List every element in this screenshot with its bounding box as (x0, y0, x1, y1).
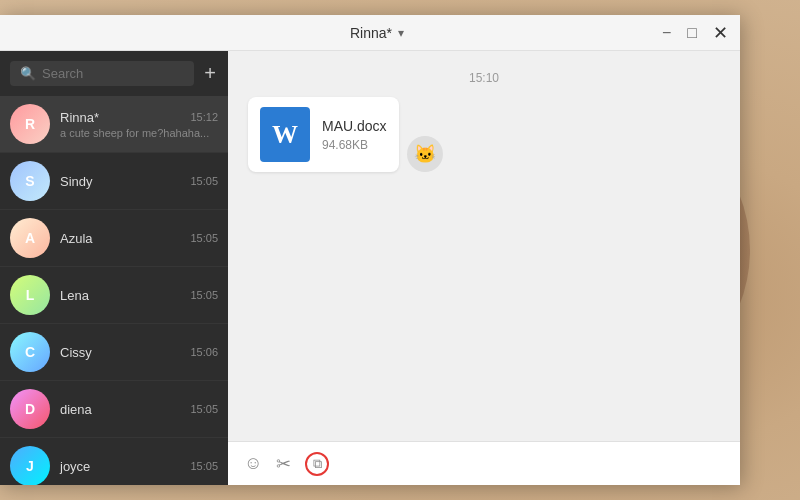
title-bar-center: Rinna* ▾ (350, 25, 404, 41)
contact-time-diena: 15:05 (190, 403, 218, 415)
contact-time-rinna: 15:12 (190, 111, 218, 123)
avatar-joyce: J (10, 446, 50, 485)
contact-item-sindy[interactable]: S Sindy 15:05 (0, 153, 228, 210)
minimize-button[interactable]: − (662, 25, 671, 41)
close-button[interactable]: ✕ (713, 24, 728, 42)
chevron-down-icon[interactable]: ▾ (398, 26, 404, 40)
contact-item-joyce[interactable]: J joyce 15:05 (0, 438, 228, 485)
sender-avatar: 🐱 (407, 136, 443, 172)
chat-input-bar: ☺ ✂ ⧉ (228, 441, 740, 485)
message-timestamp: 15:10 (248, 71, 720, 85)
avatar-lena: L (10, 275, 50, 315)
file-size: 94.68KB (322, 138, 387, 152)
app-window: Rinna* ▾ − □ ✕ 🔍 + R (0, 15, 740, 485)
contact-time-cissy: 15:06 (190, 346, 218, 358)
contact-preview-rinna: a cute sheep for me?hahaha... (60, 127, 218, 139)
contact-time-lena: 15:05 (190, 289, 218, 301)
search-input-wrap[interactable]: 🔍 (10, 61, 194, 86)
avatar-rinna: R (10, 104, 50, 144)
search-icon: 🔍 (20, 66, 36, 81)
avatar-azula: A (10, 218, 50, 258)
contact-info-diena: diena 15:05 (60, 402, 218, 417)
contact-name-diena: diena (60, 402, 92, 417)
contact-name-lena: Lena (60, 288, 89, 303)
contact-time-joyce: 15:05 (190, 460, 218, 472)
word-file-icon: W (260, 107, 310, 162)
contact-info-joyce: joyce 15:05 (60, 459, 218, 474)
contact-item-diena[interactable]: D diena 15:05 (0, 381, 228, 438)
contact-time-azula: 15:05 (190, 232, 218, 244)
contact-info-rinna: Rinna* 15:12 a cute sheep for me?hahaha.… (60, 110, 218, 139)
message-row: W MAU.docx 94.68KB 🐱 (248, 97, 720, 172)
contact-item-cissy[interactable]: C Cissy 15:06 (0, 324, 228, 381)
emoji-button[interactable]: ☺ (244, 453, 262, 474)
avatar-diena: D (10, 389, 50, 429)
contact-item-lena[interactable]: L Lena 15:05 (0, 267, 228, 324)
contact-name-sindy: Sindy (60, 174, 93, 189)
main-content: 🔍 + R Rinna* 15:12 a cute sheep for me?h… (0, 51, 740, 485)
contact-info-cissy: Cissy 15:06 (60, 345, 218, 360)
contact-name-joyce: joyce (60, 459, 90, 474)
scissors-button[interactable]: ✂ (276, 453, 291, 475)
title-bar: Rinna* ▾ − □ ✕ (0, 15, 740, 51)
contact-list: R Rinna* 15:12 a cute sheep for me?hahah… (0, 96, 228, 485)
sidebar: 🔍 + R Rinna* 15:12 a cute sheep for me?h… (0, 51, 228, 485)
contact-info-lena: Lena 15:05 (60, 288, 218, 303)
contact-info-azula: Azula 15:05 (60, 231, 218, 246)
file-message-bubble: W MAU.docx 94.68KB (248, 97, 399, 172)
maximize-button[interactable]: □ (687, 25, 697, 41)
chat-messages: 15:10 W MAU.docx 94.68KB 🐱 (228, 51, 740, 441)
contact-item-azula[interactable]: A Azula 15:05 (0, 210, 228, 267)
avatar-cissy: C (10, 332, 50, 372)
search-bar: 🔍 + (0, 51, 228, 96)
paste-button[interactable]: ⧉ (305, 452, 329, 476)
search-input[interactable] (42, 66, 184, 81)
avatar-sindy: S (10, 161, 50, 201)
file-message: W MAU.docx 94.68KB (260, 107, 387, 162)
contact-name-azula: Azula (60, 231, 93, 246)
file-details: MAU.docx 94.68KB (322, 118, 387, 152)
chat-panel: 15:10 W MAU.docx 94.68KB 🐱 (228, 51, 740, 485)
paste-icon: ⧉ (313, 456, 322, 472)
contact-item-rinna[interactable]: R Rinna* 15:12 a cute sheep for me?hahah… (0, 96, 228, 153)
contact-info-sindy: Sindy 15:05 (60, 174, 218, 189)
contact-time-sindy: 15:05 (190, 175, 218, 187)
title-bar-controls: − □ ✕ (662, 24, 728, 42)
add-contact-button[interactable]: + (202, 62, 218, 85)
contact-name-rinna: Rinna* (60, 110, 99, 125)
chat-contact-name: Rinna* (350, 25, 392, 41)
contact-name-cissy: Cissy (60, 345, 92, 360)
file-name: MAU.docx (322, 118, 387, 134)
